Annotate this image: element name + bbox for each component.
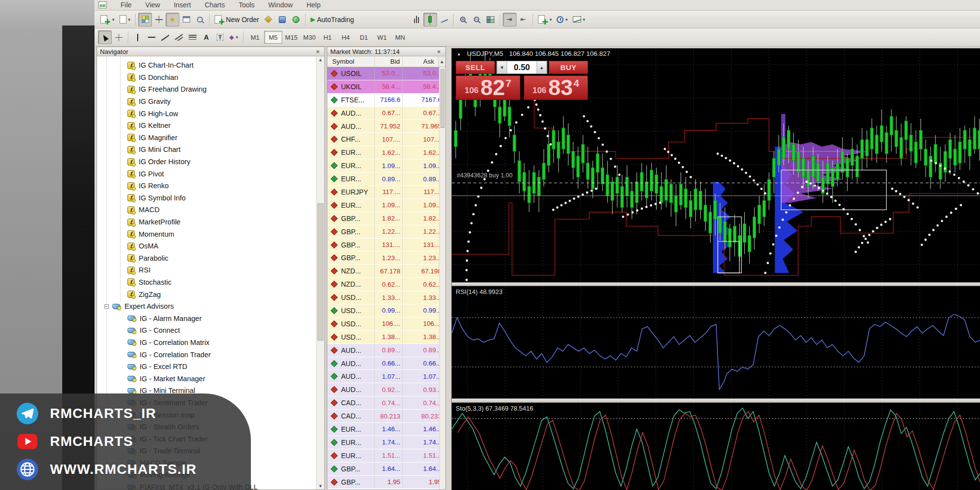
market-watch-toggle-button[interactable] (138, 13, 152, 26)
navigator-item-indicator[interactable]: fIG Symbol Info (97, 192, 316, 204)
timeframe-button-mn[interactable]: MN (391, 31, 409, 44)
expert-advisors-button[interactable] (262, 13, 275, 26)
navigator-item-expert[interactable]: IG - Correlation Matrix (97, 337, 316, 349)
menu-item-insert[interactable]: Insert (167, 0, 198, 10)
chart-shift-button[interactable]: ⇤ (516, 13, 530, 26)
crosshair-tool-button[interactable] (112, 30, 125, 44)
scrollbar-thumb[interactable] (441, 69, 444, 128)
vertical-line-tool-button[interactable] (131, 30, 145, 44)
close-icon[interactable]: × (314, 48, 321, 55)
timeframe-button-h1[interactable]: H1 (318, 31, 337, 44)
navigator-item-indicator[interactable]: fIG Order History (97, 156, 316, 168)
market-watch-row-USD[interactable]: USD...1.38...1.38... (327, 331, 445, 344)
market-watch-row-USD[interactable]: USD...0.99...0.99... (327, 304, 445, 318)
navigator-item-indicator[interactable]: fIG Donchian (97, 72, 316, 84)
line-chart-button[interactable] (437, 13, 451, 26)
navigator-item-indicator[interactable]: fZigZag (97, 288, 316, 300)
navigator-item-indicator[interactable]: fIG Freehand Drawing (97, 83, 316, 96)
navigator-item-expert[interactable]: IG - Market Manager (97, 372, 316, 385)
market-watch-row-GBP[interactable]: GBP...1.82...1.82... (327, 212, 445, 225)
timeframe-button-h4[interactable]: H4 (337, 31, 355, 44)
scroll-down-icon[interactable]: ▼ (317, 484, 324, 489)
navigator-item-expert[interactable]: IG - Connect (97, 324, 316, 337)
column-header-bid[interactable]: Bid (375, 56, 403, 67)
volume-increase-button[interactable]: ▲ (537, 61, 547, 74)
market-watch-row-CAD[interactable]: CAD...80.21380.233 (327, 410, 445, 423)
market-watch-row-EUR[interactable]: EUR...1.09...1.09... (327, 199, 445, 212)
new-chart-button[interactable]: ▾ (98, 13, 117, 26)
menu-item-tools[interactable]: Tools (232, 0, 262, 10)
timeframe-button-m5[interactable]: M5 (264, 31, 282, 44)
auto-scroll-button[interactable]: ⇥ (503, 13, 516, 26)
timeframe-button-w1[interactable]: W1 (373, 31, 391, 44)
market-watch-row-GBP[interactable]: GBP...1.22...1.22... (327, 225, 445, 239)
volume-stepper[interactable]: ▼ 0.50 ▲ (496, 61, 547, 74)
collapse-arrow-icon[interactable]: ▲ (457, 51, 461, 56)
market-watch-row-USOIL[interactable]: USOIL53.0...53.0... (327, 67, 445, 80)
navigator-item-indicator[interactable]: fIG Chart-In-Chart (97, 59, 316, 72)
navigator-item-indicator[interactable]: fIG Magnifier (97, 132, 316, 144)
strategy-tester-button[interactable] (193, 13, 207, 26)
buy-button[interactable]: BUY (549, 61, 588, 74)
volume-decrease-button[interactable]: ▼ (497, 61, 507, 74)
timeframe-button-m30[interactable]: M30 (300, 31, 318, 44)
community-button[interactable] (289, 13, 303, 26)
navigator-toggle-button[interactable]: ★ (166, 13, 179, 26)
bar-chart-button[interactable] (410, 13, 423, 26)
terminal-toggle-button[interactable] (179, 13, 193, 26)
pane-splitter[interactable] (452, 398, 980, 403)
timeframe-button-m1[interactable]: M1 (246, 31, 264, 44)
zoom-out-button[interactable]: − (470, 13, 484, 26)
column-header-symbol[interactable]: Symbol (327, 56, 375, 67)
navigator-item-expert[interactable]: IG - Correlation Trader (97, 348, 316, 361)
metaeditor-button[interactable] (275, 13, 289, 26)
channel-tool-button[interactable] (172, 30, 186, 44)
navigator-item-indicator[interactable]: fIG Pivot (97, 168, 316, 180)
navigator-item-indicator[interactable]: fIG Gravity (97, 96, 316, 108)
navigator-item-indicator[interactable]: fMarketProfile (97, 216, 316, 228)
navigator-item-indicator[interactable]: fIG Keltner (97, 120, 316, 132)
market-watch-row-USD[interactable]: USD...106....106.... (327, 318, 445, 331)
menu-item-help[interactable]: Help (299, 0, 327, 10)
market-watch-row-CAD[interactable]: CAD...0.74...0.74... (327, 396, 445, 410)
arrows-tool-button[interactable]: ◆▾ (227, 30, 241, 44)
navigator-item-indicator[interactable]: fIG Renko (97, 180, 316, 192)
trendline-tool-button[interactable] (158, 30, 172, 44)
market-watch-row-EUR[interactable]: EUR...0.89...0.89... (327, 172, 445, 186)
market-watch-row-FTSE[interactable]: FTSE...7166.67167.6 (327, 94, 445, 107)
market-watch-row-EUR[interactable]: EUR...1.09...1.09... (327, 159, 445, 172)
navigator-group-expert-advisors[interactable]: −Expert Advisors (97, 300, 316, 313)
navigator-item-expert[interactable]: IG - Excel RTD (97, 361, 316, 373)
horizontal-line-tool-button[interactable] (145, 30, 158, 44)
candlestick-chart-button[interactable] (423, 13, 437, 26)
navigator-item-indicator[interactable]: fMACD (97, 204, 316, 216)
market-watch-row-EUR[interactable]: EUR...1.74...1.74... (327, 436, 445, 449)
autotrading-button[interactable]: ▶AutoTrading (308, 13, 357, 26)
market-watch-row-GBP[interactable]: GBP...131....131.... (327, 239, 445, 252)
periods-button[interactable]: ▾ (554, 13, 570, 26)
menu-item-charts[interactable]: Charts (198, 0, 232, 10)
label-tool-button[interactable]: T (213, 30, 227, 44)
scroll-up-icon[interactable]: ▲ (438, 56, 445, 67)
timeframe-button-m15[interactable]: M15 (282, 31, 300, 44)
market-watch-scrollbar[interactable] (439, 67, 445, 490)
market-watch-row-EUR[interactable]: EUR...1.62...1.62... (327, 146, 445, 159)
market-watch-row-AUD[interactable]: AUD...0.67...0.67... (327, 107, 445, 120)
indicators-button[interactable]: ▾ (536, 13, 555, 26)
navigator-item-indicator[interactable]: fOsMA (97, 240, 316, 252)
menu-item-view[interactable]: View (139, 0, 167, 10)
scrollbar-thumb[interactable] (318, 203, 323, 341)
market-watch-row-GBP[interactable]: GBP...1.64...1.64... (327, 463, 445, 476)
market-watch-row-EURJPY[interactable]: EURJPY117....117.... (327, 186, 445, 199)
market-watch-row-NZD[interactable]: NZD...0.62...0.62... (327, 278, 445, 291)
navigator-item-indicator[interactable]: fIG High-Low (97, 107, 316, 120)
templates-button[interactable]: ▾ (570, 13, 588, 26)
market-watch-row-AUD[interactable]: AUD...0.66...0.66... (327, 357, 445, 370)
profiles-button[interactable]: ▾ (117, 13, 133, 26)
cursor-tool-button[interactable] (98, 30, 112, 44)
volume-value[interactable]: 0.50 (507, 61, 537, 74)
buy-price-box[interactable]: 106834 (524, 75, 588, 100)
market-watch-row-AUD[interactable]: AUD...71.95271.965 (327, 120, 445, 133)
sell-price-box[interactable]: 106827 (456, 75, 520, 100)
market-watch-row-USD[interactable]: USD...1.33...1.33... (327, 291, 445, 304)
